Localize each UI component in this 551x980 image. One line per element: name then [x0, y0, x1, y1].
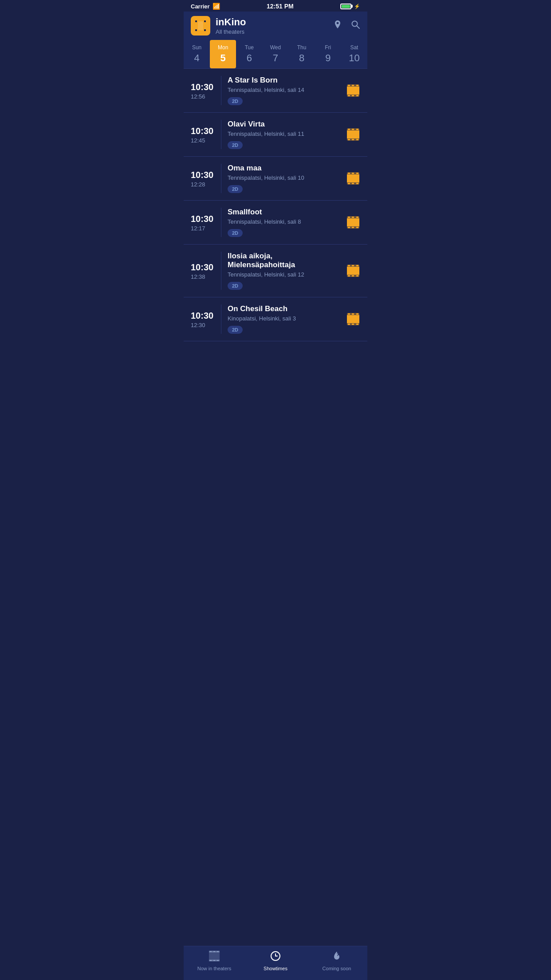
showtime-item[interactable]: 10:30 12:30 On Chesil Beach Kinopalatsi,…: [184, 297, 367, 341]
svg-rect-67: [217, 951, 219, 952]
day-name: Tue: [245, 44, 254, 51]
svg-rect-48: [352, 265, 354, 266]
now-in-theaters-nav-label: Now in theaters: [197, 966, 231, 971]
film-icon: [346, 171, 360, 186]
svg-rect-21: [352, 129, 354, 130]
carrier-label: Carrier: [191, 3, 210, 10]
svg-rect-50: [348, 275, 350, 277]
showtime-item[interactable]: 10:30 12:56 A Star Is Born Tennispalatsi…: [184, 69, 367, 113]
day-name: Fri: [325, 44, 331, 51]
showtime-item[interactable]: 10:30 12:17 Smallfoot Tennispalatsi, Hel…: [184, 201, 367, 245]
movie-venue: Tennispalatsi, Helsinki, sali 14: [228, 87, 342, 93]
svg-rect-32: [348, 183, 350, 184]
battery-icon: [340, 4, 351, 9]
svg-rect-51: [352, 275, 354, 277]
svg-rect-65: [210, 951, 212, 952]
time-block: 10:30 12:28: [191, 170, 221, 188]
nav-item-coming-soon[interactable]: Coming soon: [306, 951, 367, 971]
svg-rect-16: [356, 95, 358, 96]
movie-title: A Star Is Born: [228, 76, 342, 85]
time-block: 10:30 12:56: [191, 82, 221, 100]
svg-rect-22: [356, 129, 358, 130]
movie-venue: Tennispalatsi, Helsinki, sali 11: [228, 130, 342, 137]
status-time: 12:51 PM: [267, 3, 294, 10]
day-item-wed[interactable]: Wed 7: [262, 40, 288, 68]
wifi-icon: 📶: [213, 3, 220, 10]
format-badge: 2D: [228, 326, 243, 334]
showtime-item[interactable]: 10:30 12:45 Olavi Virta Tennispalatsi, H…: [184, 113, 367, 157]
svg-rect-68: [210, 960, 212, 961]
end-time: 12:38: [191, 273, 205, 280]
day-item-sun[interactable]: Sun 4: [184, 40, 210, 68]
format-badge: 2D: [228, 185, 243, 193]
start-time: 10:30: [191, 262, 213, 273]
day-item-fri[interactable]: Fri 9: [315, 40, 341, 68]
showtime-list: 10:30 12:56 A Star Is Born Tennispalatsi…: [184, 69, 367, 341]
film-icon: [346, 215, 360, 229]
app-header: inKino All theaters: [184, 12, 367, 40]
format-badge: 2D: [228, 229, 243, 237]
film-icon: [346, 312, 360, 326]
location-icon[interactable]: [333, 20, 342, 32]
day-name: Mon: [218, 44, 228, 51]
svg-rect-2: [204, 20, 206, 22]
movie-title: Oma maa: [228, 164, 342, 173]
svg-rect-34: [356, 183, 358, 184]
coming-soon-nav-icon: [331, 951, 342, 964]
time-divider: [221, 208, 221, 237]
status-right: ⚡: [340, 4, 360, 9]
day-item-mon[interactable]: Mon 5: [210, 40, 236, 68]
end-time: 12:45: [191, 137, 205, 144]
svg-rect-12: [352, 85, 354, 86]
movie-venue: Tennispalatsi, Helsinki, sali 10: [228, 174, 342, 181]
start-time: 10:30: [191, 126, 213, 136]
svg-rect-52: [356, 275, 358, 277]
end-time: 12:17: [191, 225, 205, 232]
start-time: 10:30: [191, 310, 213, 321]
bottom-nav: Now in theaters Showtimes Coming soon: [184, 946, 367, 980]
film-icon: [346, 83, 360, 98]
svg-rect-33: [352, 183, 354, 184]
time-block: 10:30 12:38: [191, 262, 221, 280]
svg-rect-31: [356, 173, 358, 174]
svg-line-7: [357, 26, 359, 28]
day-number: 6: [247, 52, 252, 64]
day-item-tue[interactable]: Tue 6: [236, 40, 262, 68]
nav-item-now-in-theaters[interactable]: Now in theaters: [184, 951, 245, 971]
day-number: 7: [273, 52, 278, 64]
day-number: 4: [194, 52, 199, 64]
day-number: 8: [299, 52, 304, 64]
format-badge: 2D: [228, 97, 243, 105]
status-bar: Carrier 📶 12:51 PM ⚡: [184, 0, 367, 12]
movie-info: Olavi Virta Tennispalatsi, Helsinki, sal…: [228, 120, 342, 149]
showtime-item[interactable]: 10:30 12:38 Ilosia aikoja, Mielensäpahoi…: [184, 245, 367, 297]
movie-info: Smallfoot Tennispalatsi, Helsinki, sali …: [228, 208, 342, 237]
now-in-theaters-nav-icon: [209, 951, 220, 964]
svg-rect-30: [352, 173, 354, 174]
movie-info: Oma maa Tennispalatsi, Helsinki, sali 10…: [228, 164, 342, 193]
header-icons: [333, 20, 360, 32]
svg-rect-15: [352, 95, 354, 96]
start-time: 10:30: [191, 82, 213, 92]
movie-venue: Kinopalatsi, Helsinki, sali 3: [228, 315, 342, 322]
day-item-sat[interactable]: Sat 10: [341, 40, 367, 68]
svg-rect-20: [348, 129, 350, 130]
svg-rect-43: [356, 227, 358, 228]
svg-rect-66: [213, 951, 215, 952]
day-item-thu[interactable]: Thu 8: [289, 40, 315, 68]
svg-rect-4: [204, 29, 206, 31]
start-time: 10:30: [191, 170, 213, 180]
coming-soon-nav-label: Coming soon: [323, 966, 351, 971]
end-time: 12:30: [191, 322, 205, 328]
showtime-item[interactable]: 10:30 12:28 Oma maa Tennispalatsi, Helsi…: [184, 157, 367, 201]
movie-venue: Tennispalatsi, Helsinki, sali 8: [228, 218, 342, 225]
day-name: Wed: [270, 44, 281, 51]
search-icon[interactable]: [350, 20, 360, 32]
time-divider: [221, 252, 221, 290]
charging-icon: ⚡: [354, 4, 360, 9]
selected-theater: All theaters: [216, 28, 327, 35]
nav-item-showtimes[interactable]: Showtimes: [245, 951, 306, 971]
svg-rect-69: [213, 960, 215, 961]
svg-rect-49: [356, 265, 358, 266]
format-badge: 2D: [228, 282, 243, 290]
